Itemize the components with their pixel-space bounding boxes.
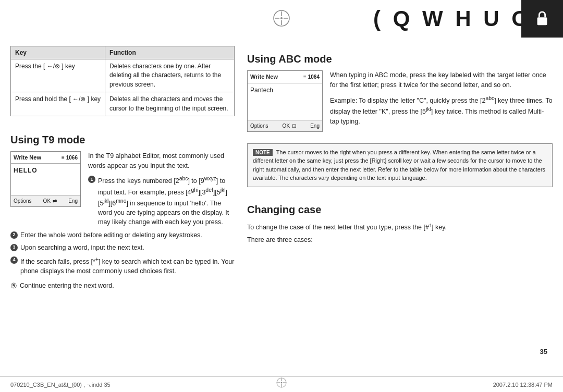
- abc-list-icon: ≡: [303, 73, 307, 81]
- t9-phone-write-new: Write New: [14, 153, 41, 162]
- table-col-key: Key: [11, 46, 105, 59]
- note-label: NOTE: [253, 149, 273, 156]
- right-column: Using ABC mode Write New ≡ 1064 Pantech …: [247, 46, 553, 372]
- abc-phone-text: Pantech: [250, 87, 273, 94]
- note-box: NOTE The cursor moves to the right when …: [247, 143, 553, 187]
- abc-swap-icon: ⊡: [292, 122, 296, 130]
- step-text-1: Press the keys numbered [2abc] to [9wxyz…: [98, 175, 235, 227]
- footer-right-text: 2007.2.10 12:38:47 PM: [493, 382, 553, 388]
- step-number-2: 2: [10, 231, 18, 239]
- lock-icon: [535, 10, 549, 27]
- step-text-4: If the search fails, press [*+] key to s…: [20, 255, 235, 276]
- table-row: Press and hold the [ ←/⊗ ] key Deletes a…: [11, 92, 235, 116]
- header-black-box: [521, 0, 563, 38]
- t9-phone-list-icon: ≡: [62, 154, 65, 162]
- svg-point-8: [281, 382, 283, 384]
- list-item: 2 Enter the whole word before editing or…: [10, 230, 235, 240]
- main-content: Key Function Press the [ ←/⊗ ] key Delet…: [0, 38, 563, 376]
- t9-phone-text: HELLO: [14, 167, 38, 174]
- list-item: 3 Upon searching a word, input the next …: [10, 243, 235, 252]
- t9-eng-label: Eng: [68, 197, 78, 205]
- footer-bar: 070210_C3B_EN_at&t_(00) , ¬.indd 35 2007…: [0, 376, 563, 392]
- abc-phone-body: Pantech: [248, 83, 322, 120]
- abc-phone-footer: Options OK ⊡ Eng: [248, 120, 322, 131]
- page-number: 35: [540, 348, 547, 356]
- t9-section-body: Write New ≡ 1066 HELLO Options OK ⇄ Eng: [10, 151, 235, 279]
- step-text-2: Enter the whole word before editing or d…: [20, 230, 202, 240]
- changing-case-section: Changing case To change the case of the …: [247, 197, 553, 246]
- t9-ok-label: OK: [43, 197, 51, 205]
- list-item: 1 Press the keys numbered [2abc] to [9wx…: [88, 175, 235, 227]
- table-col-function: Function: [105, 46, 235, 59]
- key-function-table: Key Function Press the [ ←/⊗ ] key Delet…: [10, 46, 235, 116]
- abc-eng-label: Eng: [310, 122, 320, 130]
- t9-phone-screen: Write New ≡ 1066 HELLO Options OK ⇄ Eng: [10, 151, 81, 207]
- changing-case-title: Changing case: [247, 204, 553, 216]
- t9-phone-header-right: ≡ 1066: [62, 154, 78, 162]
- table-cell-func1: Deletes characters one by one. After del…: [105, 59, 235, 92]
- t9-phone-footer: Options OK ⇄ Eng: [11, 195, 80, 206]
- abc-phone-header: Write New ≡ 1064: [248, 71, 322, 83]
- continue-text-wrapper: ⑤ Continue entering the next word.: [10, 282, 235, 289]
- svg-point-2: [280, 17, 283, 19]
- compass-top-icon: [273, 9, 290, 27]
- abc-footer-icons: OK ⊡: [283, 122, 296, 130]
- table-cell-func2: Deletes all the characters and moves the…: [105, 92, 235, 116]
- table-cell-key2: Press and hold the [ ←/⊗ ] key: [11, 92, 105, 116]
- compass-bottom-icon: [276, 377, 287, 389]
- abc-count: 1064: [308, 73, 320, 81]
- continue-bullet: ⑤: [10, 282, 17, 289]
- changing-case-text2: There are three cases:: [247, 235, 553, 245]
- step-number-1: 1: [88, 176, 95, 183]
- table-row: Press the [ ←/⊗ ] key Deletes characters…: [11, 59, 235, 92]
- abc-section-title: Using ABC mode: [247, 53, 553, 65]
- abc-phone-write-new: Write New: [250, 72, 278, 81]
- t9-footer-icons: OK ⇄: [43, 197, 57, 205]
- t9-phone-header: Write New ≡ 1066: [11, 152, 80, 164]
- page-title: ( Q W H U O: [373, 6, 532, 31]
- step-number-3: 3: [10, 244, 18, 251]
- step-text-3: Upon searching a word, input the next te…: [20, 243, 144, 252]
- list-item: 4 If the search fails, press [*+] key to…: [10, 255, 235, 276]
- footer-left-text: 070210_C3B_EN_at&t_(00) , ¬.indd 35: [10, 382, 111, 388]
- t9-swap-icon: ⇄: [53, 197, 57, 205]
- table-cell-key1: Press the [ ←/⊗ ] key: [11, 59, 105, 92]
- step-number-4: 4: [10, 256, 18, 264]
- t9-phone-count: 1066: [66, 154, 78, 162]
- left-column: Key Function Press the [ ←/⊗ ] key Delet…: [10, 46, 235, 372]
- abc-header-right: ≡ 1064: [303, 73, 320, 81]
- continue-text: Continue entering the next word.: [20, 282, 114, 289]
- abc-section-body: Write New ≡ 1064 Pantech Options OK ⊡ En…: [247, 70, 553, 138]
- changing-case-text1: To change the case of the next letter th…: [247, 221, 553, 232]
- abc-phone-screen: Write New ≡ 1064 Pantech Options OK ⊡ En…: [247, 70, 323, 132]
- t9-phone-options: Options: [14, 197, 31, 205]
- svg-rect-0: [537, 17, 547, 25]
- abc-options: Options: [250, 122, 268, 130]
- abc-ok-label: OK: [283, 122, 290, 130]
- t9-phone-body: HELLO: [11, 164, 80, 195]
- note-text: The cursor moves to the right when you p…: [253, 149, 545, 181]
- t9-section-title: Using T9 mode: [10, 134, 235, 146]
